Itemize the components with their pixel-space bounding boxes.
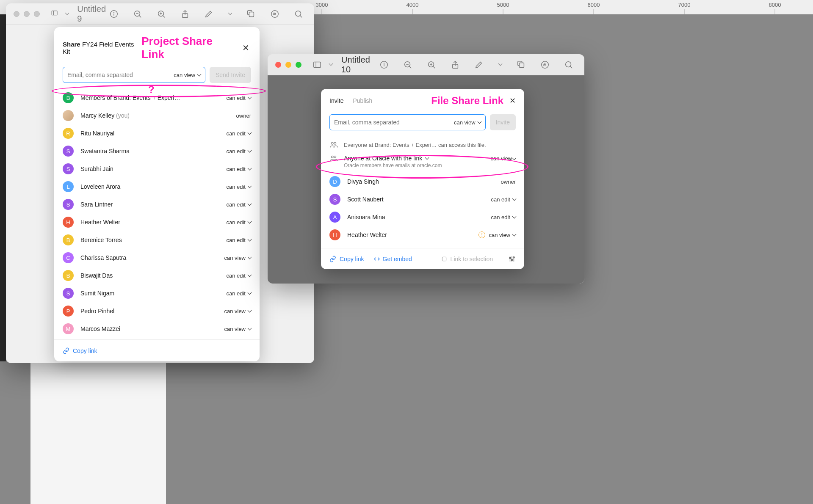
minimize-dot[interactable] [24,11,30,17]
tab-publish[interactable]: Publish [353,97,372,104]
close-icon[interactable]: ✕ [509,96,516,105]
member-permission[interactable]: can edit [226,95,251,101]
avatar: C [63,252,74,263]
member-permission[interactable]: can edit [226,130,251,137]
zoom-in-icon[interactable] [427,60,436,69]
share-icon[interactable] [180,9,190,19]
member-permission[interactable]: can view [224,308,251,314]
copy-link-label: Copy link [73,347,97,354]
close-dot[interactable] [14,11,19,17]
send-invite-button[interactable]: Send Invite [210,67,251,83]
copy-link-action[interactable]: Copy link [63,347,97,354]
member-permission[interactable]: can edit [226,273,251,279]
duplicate-icon[interactable] [246,9,256,19]
member-name: Divya Singh [347,178,501,185]
search-icon[interactable] [294,9,303,19]
avatar: S [63,288,74,299]
link-permission-select[interactable]: can view [490,155,516,162]
member-name: Marcos Mazzei [80,325,224,332]
member-name: Heather Welter [80,219,226,226]
avatar: H [329,229,340,240]
member-row: HHeather Welter!can view [329,226,516,244]
zoom-out-icon[interactable] [133,9,142,19]
markup-icon[interactable] [540,60,550,69]
warning-icon: ! [478,231,485,238]
svg-rect-38 [442,257,446,261]
link-to-selection[interactable]: Link to selection [441,256,493,262]
link-scope-select[interactable]: Anyone at Oracle with the link [344,155,429,162]
avatar: L [63,181,74,192]
titlebar: Untitled 10 [268,54,584,75]
member-name: Sumit Nigam [80,290,226,297]
sidebar-toggle-icon[interactable] [312,60,322,69]
members-list[interactable]: BMembers of Brand: Events + Experi…can e… [54,89,254,339]
markup-icon[interactable] [270,9,279,19]
svg-rect-17 [314,62,321,67]
member-name: Marcy Kelley (you) [80,112,236,119]
ruler-mark: 5000 [497,2,509,8]
get-embed-action[interactable]: Get embed [373,256,412,262]
member-permission[interactable]: can edit [226,201,251,208]
permission-select[interactable]: can view [454,119,481,126]
member-name: Sara Lintner [80,201,226,208]
info-icon[interactable] [379,60,389,69]
everyone-access-row: Everyone at Brand: Events + Experi… can … [321,138,524,151]
email-input[interactable] [67,72,174,78]
avatar [63,110,74,121]
info-icon[interactable] [109,9,119,19]
sidebar-toggle-icon[interactable] [51,9,58,19]
member-permission[interactable]: !can view [478,231,516,238]
close-dot[interactable] [275,62,281,68]
svg-point-34 [331,142,333,144]
avatar: D [329,176,340,187]
edit-icon[interactable] [204,9,213,19]
minimize-dot[interactable] [285,62,291,68]
avatar: S [63,199,74,210]
svg-rect-13 [249,12,254,17]
member-row: AAnisoara Minacan edit [329,208,516,226]
zoom-in-icon[interactable] [157,9,166,19]
zoom-out-icon[interactable] [403,60,412,69]
svg-point-4 [114,12,114,12]
svg-rect-0 [52,11,57,15]
close-icon[interactable]: ✕ [241,41,251,55]
member-name: Charissa Saputra [80,254,224,261]
member-permission[interactable]: can view [224,255,251,261]
search-icon[interactable] [564,60,573,69]
member-permission[interactable]: can edit [226,237,251,243]
chevron-down-icon[interactable] [329,60,333,69]
chevron-down-icon[interactable] [498,60,502,69]
link-scope-subtitle: Oracle members have emails at oracle.com [344,162,516,168]
member-permission[interactable]: can edit [491,214,516,220]
duplicate-icon[interactable] [517,60,526,69]
annotation-label: File Share Link [431,95,503,107]
member-permission[interactable]: can edit [491,196,516,203]
avatar: A [329,212,340,223]
share-icon[interactable] [451,60,460,69]
member-permission[interactable]: can edit [226,148,251,154]
member-row: BBerenice Torrescan edit [63,231,251,249]
modal-header: Invite Publish File Share Link ✕ [321,89,524,111]
member-permission[interactable]: can edit [226,184,251,190]
chevron-down-icon[interactable] [65,9,69,19]
email-input[interactable] [334,119,454,126]
invite-button[interactable]: Invite [490,114,516,130]
chevron-down-icon[interactable] [228,9,232,19]
member-permission[interactable]: can edit [226,290,251,297]
zoom-dot[interactable] [296,62,301,68]
avatar: R [63,128,74,139]
member-permission[interactable]: can edit [226,219,251,226]
member-permission[interactable]: can view [224,326,251,332]
tab-invite[interactable]: Invite [329,97,343,104]
zoom-dot[interactable] [34,11,40,17]
left-panel-edge [0,14,6,361]
copy-link-action[interactable]: Copy link [329,256,364,262]
edit-icon[interactable] [474,60,484,69]
member-name: Ritu Nauriyal [80,130,226,137]
settings-icon[interactable] [508,255,516,263]
svg-point-44 [513,256,514,258]
member-permission[interactable]: can edit [226,166,251,172]
member-row: SSara Lintnercan edit [63,196,251,213]
permission-select[interactable]: can view [174,72,201,78]
email-input-container: can view [63,67,205,83]
